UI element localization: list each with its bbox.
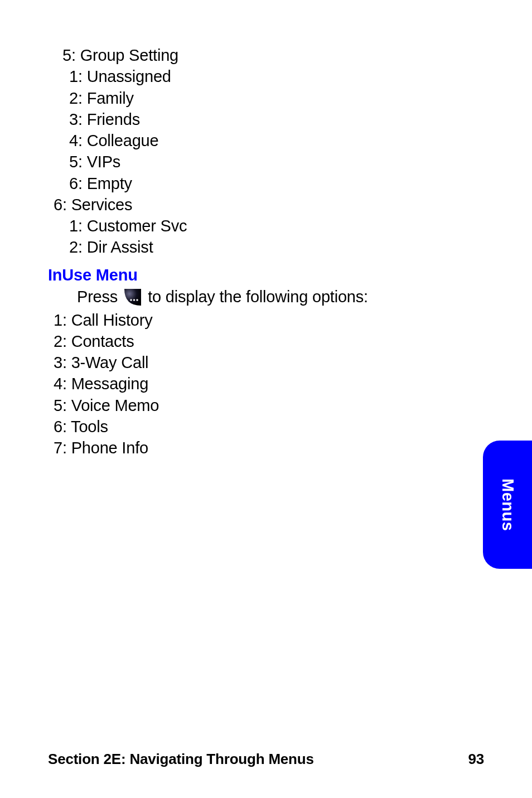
page: 5: Group Setting 1: Unassigned 2: Family…	[0, 0, 532, 798]
inuse-item: 3: 3-Way Call	[54, 352, 484, 373]
press-instruction: Press to display the following options:	[77, 288, 484, 307]
press-post-text: to display the following options:	[148, 288, 368, 306]
outline-item-group-setting: 5: Group Setting	[62, 45, 484, 66]
outline-subitem: 4: Colleague	[69, 130, 484, 151]
inuse-item: 1: Call History	[54, 309, 484, 331]
svg-point-2	[136, 299, 138, 301]
outline-subitem: 1: Customer Svc	[69, 215, 484, 236]
inuse-item: 4: Messaging	[54, 373, 484, 394]
outline-item-services: 6: Services	[54, 194, 484, 215]
svg-point-0	[130, 299, 132, 301]
inuse-item: 7: Phone Info	[54, 437, 484, 458]
outline-subitem: 5: VIPs	[69, 151, 484, 172]
outline-subitem: 2: Family	[69, 88, 484, 109]
footer: Section 2E: Navigating Through Menus 93	[48, 751, 484, 768]
footer-page-number: 93	[468, 751, 484, 768]
footer-section: Section 2E: Navigating Through Menus	[48, 751, 314, 768]
menu-softkey-icon	[123, 288, 142, 307]
press-pre-text: Press	[77, 288, 118, 306]
side-tab-label: Menus	[499, 478, 517, 531]
outline-subitem: 2: Dir Assist	[69, 236, 484, 258]
inuse-menu-heading: InUse Menu	[48, 266, 484, 284]
side-tab: Menus	[483, 441, 532, 569]
outline-subitem: 6: Empty	[69, 173, 484, 194]
inuse-item: 2: Contacts	[54, 331, 484, 352]
outline-subitem: 1: Unassigned	[69, 66, 484, 87]
outline-subitem: 3: Friends	[69, 109, 484, 130]
svg-point-1	[133, 299, 135, 301]
inuse-item: 6: Tools	[54, 416, 484, 437]
inuse-item: 5: Voice Memo	[54, 395, 484, 416]
